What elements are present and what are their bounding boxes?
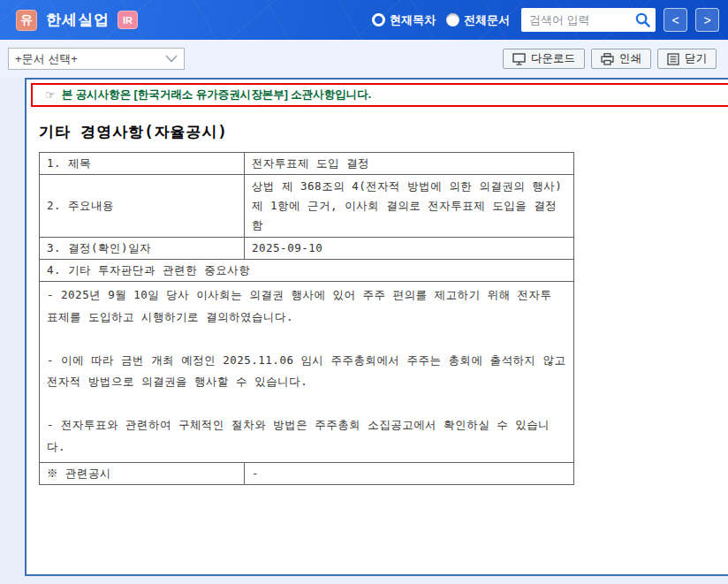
table-cell-label: 1. 제목 <box>40 153 245 175</box>
disclosure-title: 기타 경영사항(자율공시) <box>39 122 728 142</box>
table-cell-detail-text: - 2025년 9월 10일 당사 이사회는 의결권 행사에 있어 주주 편의를… <box>40 282 574 463</box>
table-cell-value: 2025-09-10 <box>245 238 574 260</box>
print-button[interactable]: 인쇄 <box>591 49 651 69</box>
table-cell-label: 2. 주요내용 <box>40 175 245 238</box>
table-row: 4. 기타 투자판단과 관련한 중요사항 <box>40 260 574 282</box>
download-button[interactable]: 다운로드 <box>503 49 585 69</box>
jurisdiction-notice: ☞ 본 공시사항은 [한국거래소 유가증권시장본부] 소관사항입니다. <box>31 83 728 107</box>
jurisdiction-notice-text: 본 공시사항은 [한국거래소 유가증권시장본부] 소관사항입니다. <box>62 87 372 102</box>
chevron-left-icon: < <box>671 14 679 27</box>
document-select-value: +문서 선택+ <box>15 51 78 67</box>
company-name: 한세실업 <box>46 10 110 30</box>
table-row: 2. 주요내용 상법 제 368조의 4(전자적 방법에 의한 의결권의 행사)… <box>40 175 574 238</box>
close-button-label: 닫기 <box>685 51 707 66</box>
radio-all-documents[interactable]: 전체문서 <box>446 12 510 28</box>
disclosure-document-panel: ☞ 본 공시사항은 [한국거래소 유가증권시장본부] 소관사항입니다. 기타 경… <box>25 78 728 576</box>
prev-result-button[interactable]: < <box>664 8 687 32</box>
table-row: ※ 관련공시 - <box>40 463 574 485</box>
radio-current-toc-circle[interactable] <box>372 13 385 27</box>
ir-badge: IR <box>118 11 138 29</box>
pointing-hand-icon: ☞ <box>45 88 56 102</box>
next-result-button[interactable]: > <box>695 8 719 32</box>
printer-icon <box>601 53 614 65</box>
search-icon[interactable] <box>634 11 651 28</box>
search-scope-radio-group: 현재목차 전체문서 <box>372 12 510 28</box>
monitor-icon <box>512 53 526 65</box>
table-cell-label: 3. 결정(확인)일자 <box>40 238 245 260</box>
radio-current-toc[interactable]: 현재목차 <box>372 12 436 28</box>
close-button[interactable]: 닫기 <box>657 49 717 69</box>
table-cell-value: - <box>245 463 574 485</box>
market-type-badge: 유 <box>16 10 37 31</box>
table-cell-value: 상법 제 368조의 4(전자적 방법에 의한 의결권의 행사) 제 1항에 근… <box>245 175 574 238</box>
radio-all-documents-circle[interactable] <box>446 13 459 27</box>
document-select-dropdown[interactable]: +문서 선택+ <box>8 48 185 70</box>
table-cell-value: 전자투표제 도입 결정 <box>245 153 574 175</box>
radio-current-toc-label: 현재목차 <box>390 12 436 28</box>
table-row: 1. 제목 전자투표제 도입 결정 <box>40 153 574 175</box>
document-list-icon <box>667 53 679 65</box>
app-header: 유 한세실업 IR 현재목차 전체문서 < > <box>0 0 728 40</box>
table-cell-label: ※ 관련공시 <box>40 463 245 485</box>
table-row: - 2025년 9월 10일 당사 이사회는 의결권 행사에 있어 주주 편의를… <box>40 282 574 463</box>
table-row: 3. 결정(확인)일자 2025-09-10 <box>40 238 574 260</box>
print-button-label: 인쇄 <box>619 51 641 66</box>
chevron-down-icon <box>165 55 178 63</box>
disclosure-table: 1. 제목 전자투표제 도입 결정 2. 주요내용 상법 제 368조의 4(전… <box>39 152 574 485</box>
download-button-label: 다운로드 <box>531 51 575 66</box>
radio-all-documents-label: 전체문서 <box>464 12 510 28</box>
chevron-right-icon: > <box>703 14 710 27</box>
search-box <box>521 8 656 32</box>
document-toolbar: +문서 선택+ 다운로드 인쇄 <box>0 40 728 78</box>
table-cell-section-header: 4. 기타 투자판단과 관련한 중요사항 <box>40 260 574 282</box>
